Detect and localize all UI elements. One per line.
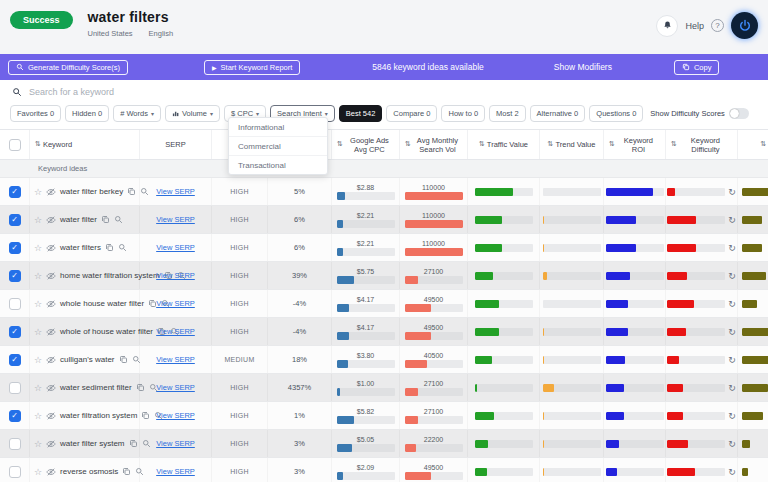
- refresh-difficulty-icon[interactable]: ↻: [728, 271, 736, 281]
- hide-keyword-icon[interactable]: [46, 355, 56, 365]
- favorite-star-icon[interactable]: ☆: [34, 467, 42, 477]
- filter-questions[interactable]: Questions 0: [589, 105, 643, 122]
- sort-icon[interactable]: ⇅: [35, 140, 41, 148]
- copy-keyword-icon[interactable]: [127, 187, 136, 196]
- refresh-difficulty-icon[interactable]: ↻: [728, 215, 736, 225]
- row-checkbox[interactable]: ✓: [9, 214, 21, 226]
- view-serp-link[interactable]: View SERP: [156, 383, 195, 392]
- view-serp-link[interactable]: View SERP: [156, 439, 195, 448]
- filter-words[interactable]: # Words▾: [113, 105, 161, 122]
- favorite-star-icon[interactable]: ☆: [34, 439, 42, 449]
- filter-compare[interactable]: Compare 0: [386, 105, 437, 122]
- refresh-difficulty-icon[interactable]: ↻: [728, 299, 736, 309]
- favorite-star-icon[interactable]: ☆: [34, 271, 42, 281]
- help-label[interactable]: Help: [685, 21, 704, 31]
- copy-keyword-icon[interactable]: [122, 467, 131, 476]
- search-keyword-icon[interactable]: [114, 215, 123, 224]
- power-button[interactable]: [731, 12, 758, 39]
- filter-volume[interactable]: Volume▾: [165, 105, 220, 122]
- view-serp-link[interactable]: View SERP: [156, 355, 195, 364]
- sort-icon[interactable]: ⇅: [760, 140, 766, 148]
- search-keyword-icon[interactable]: [118, 243, 127, 252]
- select-all-checkbox[interactable]: [9, 139, 21, 151]
- hide-keyword-icon[interactable]: [46, 327, 56, 337]
- copy-button[interactable]: Copy: [674, 60, 720, 75]
- copy-keyword-icon[interactable]: [105, 243, 114, 252]
- dropdown-option-transactional[interactable]: Transactional: [229, 156, 327, 174]
- sort-icon[interactable]: ⇅: [548, 140, 554, 148]
- column-header-8[interactable]: ⇅Trend Value: [540, 130, 604, 159]
- row-checkbox[interactable]: ✓: [9, 186, 21, 198]
- column-header-1[interactable]: ⇅Keyword: [30, 130, 140, 159]
- show-difficulty-scores-toggle[interactable]: [729, 108, 749, 119]
- hide-keyword-icon[interactable]: [46, 271, 56, 281]
- row-checkbox[interactable]: [9, 298, 21, 310]
- sort-icon[interactable]: ⇅: [609, 140, 615, 148]
- filter-most[interactable]: Most 2: [489, 105, 526, 122]
- column-header-6[interactable]: ⇅Avg Monthly Search Vol: [400, 130, 468, 159]
- refresh-difficulty-icon[interactable]: ↻: [728, 355, 736, 365]
- row-checkbox[interactable]: ✓: [9, 242, 21, 254]
- row-checkbox[interactable]: ✓: [9, 270, 21, 282]
- row-checkbox[interactable]: ✓: [9, 410, 21, 422]
- notifications-button[interactable]: [656, 15, 678, 37]
- select-all-header[interactable]: [0, 130, 30, 159]
- refresh-difficulty-icon[interactable]: ↻: [728, 243, 736, 253]
- column-header-11[interactable]: ⇅Fi: [738, 130, 768, 159]
- row-checkbox[interactable]: ✓: [9, 354, 21, 366]
- column-header-10[interactable]: ⇅Keyword Difficulty: [666, 130, 738, 159]
- hide-keyword-icon[interactable]: [46, 411, 56, 421]
- view-serp-link[interactable]: View SERP: [156, 187, 195, 196]
- favorite-star-icon[interactable]: ☆: [34, 187, 42, 197]
- hide-keyword-icon[interactable]: [46, 383, 56, 393]
- filter-alternative[interactable]: Alternative 0: [530, 105, 586, 122]
- hide-keyword-icon[interactable]: [46, 299, 56, 309]
- hide-keyword-icon[interactable]: [46, 243, 56, 253]
- search-input[interactable]: [29, 87, 449, 97]
- filter-how-to[interactable]: How to 0: [441, 105, 485, 122]
- dropdown-option-informational[interactable]: Informational: [229, 118, 327, 137]
- view-serp-link[interactable]: View SERP: [156, 327, 195, 336]
- row-checkbox[interactable]: ✓: [9, 326, 21, 338]
- hide-keyword-icon[interactable]: [46, 187, 56, 197]
- dropdown-option-commercial[interactable]: Commercial: [229, 137, 327, 156]
- filter-hidden[interactable]: Hidden 0: [65, 105, 109, 122]
- refresh-difficulty-icon[interactable]: ↻: [728, 439, 736, 449]
- refresh-difficulty-icon[interactable]: ↻: [728, 187, 736, 197]
- generate-difficulty-button[interactable]: Generate Difficulty Score(s): [8, 60, 128, 75]
- start-keyword-report-button[interactable]: ▶ Start Keyword Report: [204, 60, 300, 75]
- copy-keyword-icon[interactable]: [101, 215, 110, 224]
- view-serp-link[interactable]: View SERP: [156, 467, 195, 476]
- column-header-5[interactable]: ⇅Google Ads Avg CPC: [332, 130, 400, 159]
- hide-keyword-icon[interactable]: [46, 439, 56, 449]
- refresh-difficulty-icon[interactable]: ↻: [728, 467, 736, 477]
- favorite-star-icon[interactable]: ☆: [34, 243, 42, 253]
- refresh-difficulty-icon[interactable]: ↻: [728, 383, 736, 393]
- view-serp-link[interactable]: View SERP: [156, 411, 195, 420]
- filter-best[interactable]: Best 542: [339, 105, 383, 122]
- view-serp-link[interactable]: View SERP: [156, 271, 195, 280]
- refresh-difficulty-icon[interactable]: ↻: [728, 411, 736, 421]
- hide-keyword-icon[interactable]: [46, 215, 56, 225]
- sort-icon[interactable]: ⇅: [671, 140, 677, 148]
- column-header-7[interactable]: ⇅Traffic Value: [468, 130, 540, 159]
- column-header-9[interactable]: ⇅Keyword ROI: [604, 130, 666, 159]
- filter-favorites[interactable]: Favorites 0: [10, 105, 61, 122]
- view-serp-link[interactable]: View SERP: [156, 215, 195, 224]
- view-serp-link[interactable]: View SERP: [156, 299, 195, 308]
- favorite-star-icon[interactable]: ☆: [34, 411, 42, 421]
- row-checkbox[interactable]: [9, 438, 21, 450]
- sort-icon[interactable]: ⇅: [405, 140, 411, 148]
- view-serp-link[interactable]: View SERP: [156, 243, 195, 252]
- favorite-star-icon[interactable]: ☆: [34, 383, 42, 393]
- favorite-star-icon[interactable]: ☆: [34, 327, 42, 337]
- copy-keyword-icon[interactable]: [119, 355, 128, 364]
- sort-icon[interactable]: ⇅: [337, 140, 343, 148]
- row-checkbox[interactable]: [9, 382, 21, 394]
- favorite-star-icon[interactable]: ☆: [34, 299, 42, 309]
- copy-keyword-icon[interactable]: [129, 439, 138, 448]
- hide-keyword-icon[interactable]: [46, 467, 56, 477]
- refresh-difficulty-icon[interactable]: ↻: [728, 327, 736, 337]
- sort-icon[interactable]: ⇅: [479, 140, 485, 148]
- help-question-icon[interactable]: ?: [711, 19, 724, 32]
